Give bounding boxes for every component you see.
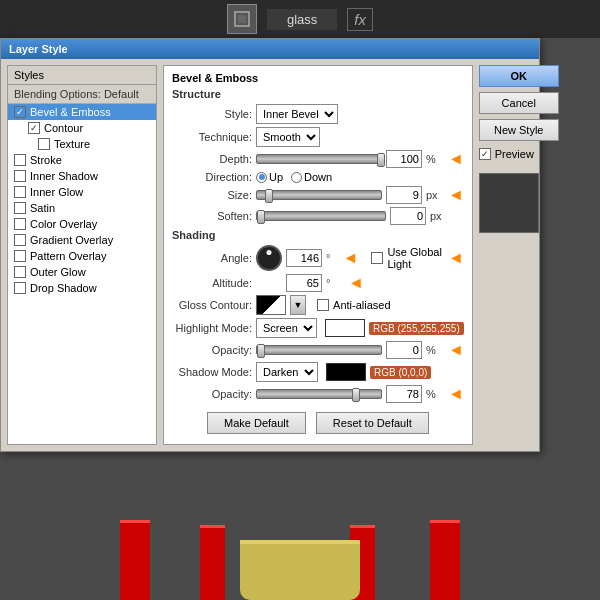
sidebar-item-contour[interactable]: Contour [8, 120, 156, 136]
angle-unit: ° [326, 252, 339, 264]
gloss-contour-btn[interactable]: ▼ [290, 295, 306, 315]
shadow-mode-row: Shadow Mode: Darken RGB (0,0,0) [172, 362, 464, 382]
preview-label: Preview [495, 148, 534, 160]
depth-label: Depth: [172, 153, 252, 165]
gloss-contour-label: Gloss Contour: [172, 299, 252, 311]
texture-checkbox[interactable] [38, 138, 50, 150]
altitude-row: Altitude: ° ◄ [172, 274, 464, 292]
sidebar-item-pattern-overlay[interactable]: Pattern Overlay [8, 248, 156, 264]
size-label: Size: [172, 189, 252, 201]
ok-button[interactable]: OK [479, 65, 559, 87]
cup-decoration [240, 540, 360, 600]
satin-checkbox[interactable] [14, 202, 26, 214]
use-global-light-checkbox[interactable] [371, 252, 383, 264]
depth-input[interactable] [386, 150, 422, 168]
soften-unit: px [430, 210, 448, 222]
red-bar-center-left [200, 525, 225, 600]
direction-radio-group: Up Down [256, 171, 332, 183]
make-default-button[interactable]: Make Default [207, 412, 306, 434]
shadow-opacity-input[interactable] [386, 385, 422, 403]
highlight-mode-select[interactable]: Screen [256, 318, 317, 338]
direction-row: Direction: Up Down [172, 171, 464, 183]
size-input[interactable] [386, 186, 422, 204]
gloss-contour-row: Gloss Contour: ▼ Anti-aliased [172, 295, 464, 315]
soften-slider[interactable] [256, 211, 386, 221]
depth-slider[interactable] [256, 154, 382, 164]
technique-select[interactable]: Smooth [256, 127, 320, 147]
contour-checkbox[interactable] [28, 122, 40, 134]
sidebar-item-outer-glow[interactable]: Outer Glow [8, 264, 156, 280]
sidebar-item-drop-shadow[interactable]: Drop Shadow [8, 280, 156, 296]
gradient-overlay-checkbox[interactable] [14, 234, 26, 246]
sidebar-item-bevel-emboss[interactable]: Bevel & Emboss [8, 104, 156, 120]
depth-arrow: ◄ [448, 151, 464, 167]
sidebar-item-gradient-overlay[interactable]: Gradient Overlay [8, 232, 156, 248]
altitude-unit: ° [326, 277, 344, 289]
bevel-emboss-title: Bevel & Emboss [172, 72, 464, 84]
style-select[interactable]: Inner Bevel [256, 104, 338, 124]
cancel-button[interactable]: Cancel [479, 92, 559, 114]
gloss-contour-preview[interactable] [256, 295, 286, 315]
highlight-mode-row: Highlight Mode: Screen RGB (255,255,255) [172, 318, 464, 338]
highlight-opacity-thumb[interactable] [257, 344, 265, 358]
highlight-opacity-arrow: ◄ [448, 342, 464, 358]
use-global-light-label: Use Global Light [387, 246, 443, 270]
depth-thumb[interactable] [377, 153, 385, 167]
bevel-emboss-checkbox[interactable] [14, 106, 26, 118]
highlight-color-swatch[interactable] [325, 319, 365, 337]
color-overlay-checkbox[interactable] [14, 218, 26, 230]
highlight-opacity-unit: % [426, 344, 444, 356]
soften-input[interactable] [390, 207, 426, 225]
angle-label: Angle: [172, 252, 252, 264]
angle-arrow: ◄ [343, 250, 359, 266]
sidebar-item-inner-glow[interactable]: Inner Glow [8, 184, 156, 200]
direction-down-option[interactable]: Down [291, 171, 332, 183]
preview-checkbox[interactable] [479, 148, 491, 160]
angle-input[interactable] [286, 249, 322, 267]
sidebar-item-color-overlay[interactable]: Color Overlay [8, 216, 156, 232]
highlight-opacity-slider[interactable] [256, 345, 382, 355]
shadow-opacity-arrow: ◄ [448, 386, 464, 402]
soften-thumb[interactable] [257, 210, 265, 224]
stroke-checkbox[interactable] [14, 154, 26, 166]
anti-aliased-label: Anti-aliased [333, 299, 390, 311]
style-label: Style: [172, 108, 252, 120]
red-bar-left [120, 520, 150, 600]
anti-aliased-checkbox[interactable] [317, 299, 329, 311]
preview-toggle[interactable]: Preview [479, 148, 559, 160]
bottom-buttons: Make Default Reset to Default [172, 406, 464, 438]
size-slider[interactable] [256, 190, 382, 200]
structure-title: Structure [172, 88, 464, 100]
shadow-opacity-unit: % [426, 388, 444, 400]
shadow-mode-label: Shadow Mode: [172, 366, 252, 378]
size-thumb[interactable] [265, 189, 273, 203]
direction-up-radio[interactable] [256, 172, 267, 183]
shadow-opacity-slider[interactable] [256, 389, 382, 399]
reset-default-button[interactable]: Reset to Default [316, 412, 429, 434]
shadow-mode-select[interactable]: Darken [256, 362, 318, 382]
drop-shadow-checkbox[interactable] [14, 282, 26, 294]
angle-dial[interactable] [256, 245, 282, 271]
inner-shadow-checkbox[interactable] [14, 170, 26, 182]
altitude-label: Altitude: [172, 277, 252, 289]
angle-row: Angle: ° ◄ Use Global Light ◄ [172, 245, 464, 271]
new-style-button[interactable]: New Style [479, 119, 559, 141]
sidebar-item-texture[interactable]: Texture [8, 136, 156, 152]
left-panel: Styles Blending Options: Default Bevel &… [7, 65, 157, 445]
depth-unit: % [426, 153, 444, 165]
sidebar-item-stroke[interactable]: Stroke [8, 152, 156, 168]
background-area [0, 510, 600, 600]
inner-glow-checkbox[interactable] [14, 186, 26, 198]
altitude-input[interactable] [286, 274, 322, 292]
technique-row: Technique: Smooth [172, 127, 464, 147]
outer-glow-checkbox[interactable] [14, 266, 26, 278]
shadow-color-swatch[interactable] [326, 363, 366, 381]
sidebar-item-satin[interactable]: Satin [8, 200, 156, 216]
sidebar-item-inner-shadow[interactable]: Inner Shadow [8, 168, 156, 184]
direction-down-radio[interactable] [291, 172, 302, 183]
shadow-opacity-thumb[interactable] [352, 388, 360, 402]
pattern-overlay-checkbox[interactable] [14, 250, 26, 262]
direction-up-option[interactable]: Up [256, 171, 283, 183]
blending-options-header[interactable]: Blending Options: Default [8, 85, 156, 104]
highlight-opacity-input[interactable] [386, 341, 422, 359]
